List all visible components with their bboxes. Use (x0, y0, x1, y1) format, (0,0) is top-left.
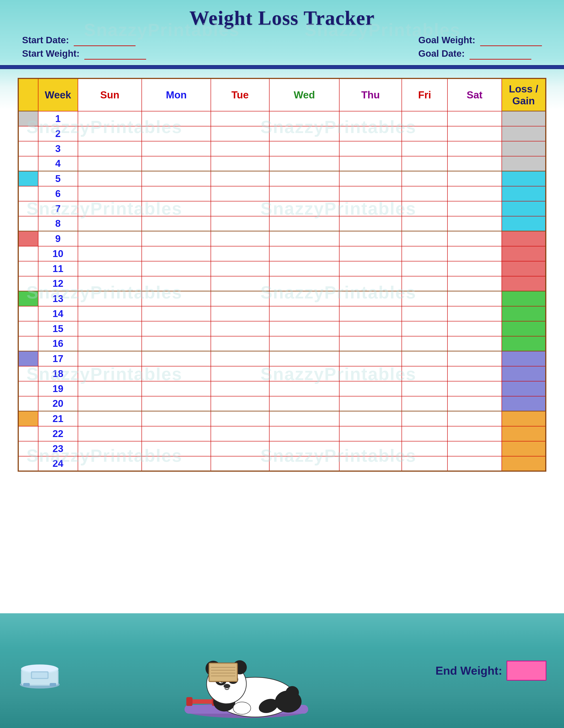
day-cell[interactable] (142, 141, 210, 156)
day-cell[interactable] (78, 411, 142, 426)
day-cell[interactable] (402, 231, 448, 246)
day-cell[interactable] (142, 156, 210, 171)
day-cell[interactable] (142, 306, 210, 321)
day-cell[interactable] (339, 381, 402, 396)
day-cell[interactable] (211, 171, 269, 186)
day-cell[interactable] (339, 396, 402, 411)
day-cell[interactable] (142, 336, 210, 351)
day-cell[interactable] (142, 351, 210, 366)
day-cell[interactable] (402, 261, 448, 276)
day-cell[interactable] (78, 351, 142, 366)
day-cell[interactable] (78, 381, 142, 396)
day-cell[interactable] (269, 291, 340, 306)
day-cell[interactable] (211, 261, 269, 276)
day-cell[interactable] (448, 321, 502, 336)
day-cell[interactable] (211, 156, 269, 171)
day-cell[interactable] (211, 411, 269, 426)
day-cell[interactable] (339, 306, 402, 321)
day-cell[interactable] (448, 261, 502, 276)
day-cell[interactable] (402, 111, 448, 126)
day-cell[interactable] (78, 246, 142, 261)
day-cell[interactable] (269, 321, 340, 336)
day-cell[interactable] (142, 171, 210, 186)
day-cell[interactable] (339, 126, 402, 141)
day-cell[interactable] (339, 276, 402, 291)
day-cell[interactable] (402, 411, 448, 426)
loss-gain-cell[interactable] (502, 306, 546, 321)
day-cell[interactable] (402, 336, 448, 351)
day-cell[interactable] (269, 276, 340, 291)
day-cell[interactable] (269, 306, 340, 321)
loss-gain-cell[interactable] (502, 156, 546, 171)
day-cell[interactable] (211, 336, 269, 351)
day-cell[interactable] (402, 156, 448, 171)
day-cell[interactable] (211, 111, 269, 126)
day-cell[interactable] (402, 396, 448, 411)
day-cell[interactable] (402, 426, 448, 441)
day-cell[interactable] (142, 291, 210, 306)
day-cell[interactable] (339, 336, 402, 351)
loss-gain-cell[interactable] (502, 246, 546, 261)
day-cell[interactable] (78, 396, 142, 411)
day-cell[interactable] (339, 456, 402, 471)
loss-gain-cell[interactable] (502, 201, 546, 216)
day-cell[interactable] (448, 246, 502, 261)
day-cell[interactable] (211, 276, 269, 291)
day-cell[interactable] (339, 321, 402, 336)
day-cell[interactable] (211, 186, 269, 201)
day-cell[interactable] (78, 186, 142, 201)
day-cell[interactable] (448, 111, 502, 126)
day-cell[interactable] (269, 456, 340, 471)
day-cell[interactable] (269, 141, 340, 156)
loss-gain-cell[interactable] (502, 381, 546, 396)
day-cell[interactable] (142, 396, 210, 411)
day-cell[interactable] (339, 426, 402, 441)
day-cell[interactable] (142, 126, 210, 141)
day-cell[interactable] (78, 171, 142, 186)
loss-gain-cell[interactable] (502, 171, 546, 186)
day-cell[interactable] (402, 441, 448, 456)
loss-gain-cell[interactable] (502, 261, 546, 276)
day-cell[interactable] (448, 231, 502, 246)
loss-gain-cell[interactable] (502, 126, 546, 141)
goal-date-field[interactable] (470, 48, 531, 60)
day-cell[interactable] (142, 231, 210, 246)
day-cell[interactable] (211, 441, 269, 456)
day-cell[interactable] (211, 366, 269, 381)
loss-gain-cell[interactable] (502, 351, 546, 366)
loss-gain-cell[interactable] (502, 216, 546, 231)
day-cell[interactable] (142, 381, 210, 396)
day-cell[interactable] (339, 441, 402, 456)
day-cell[interactable] (269, 216, 340, 231)
day-cell[interactable] (78, 126, 142, 141)
day-cell[interactable] (448, 351, 502, 366)
day-cell[interactable] (269, 411, 340, 426)
day-cell[interactable] (269, 186, 340, 201)
day-cell[interactable] (402, 321, 448, 336)
day-cell[interactable] (269, 381, 340, 396)
day-cell[interactable] (211, 381, 269, 396)
day-cell[interactable] (448, 276, 502, 291)
day-cell[interactable] (448, 291, 502, 306)
day-cell[interactable] (269, 366, 340, 381)
day-cell[interactable] (269, 396, 340, 411)
loss-gain-cell[interactable] (502, 186, 546, 201)
day-cell[interactable] (211, 231, 269, 246)
day-cell[interactable] (211, 456, 269, 471)
day-cell[interactable] (402, 291, 448, 306)
loss-gain-cell[interactable] (502, 321, 546, 336)
day-cell[interactable] (78, 441, 142, 456)
loss-gain-cell[interactable] (502, 411, 546, 426)
day-cell[interactable] (339, 186, 402, 201)
day-cell[interactable] (339, 231, 402, 246)
day-cell[interactable] (78, 231, 142, 246)
day-cell[interactable] (402, 186, 448, 201)
day-cell[interactable] (78, 426, 142, 441)
day-cell[interactable] (142, 426, 210, 441)
day-cell[interactable] (211, 126, 269, 141)
day-cell[interactable] (269, 246, 340, 261)
day-cell[interactable] (448, 126, 502, 141)
day-cell[interactable] (339, 216, 402, 231)
loss-gain-cell[interactable] (502, 276, 546, 291)
day-cell[interactable] (78, 366, 142, 381)
